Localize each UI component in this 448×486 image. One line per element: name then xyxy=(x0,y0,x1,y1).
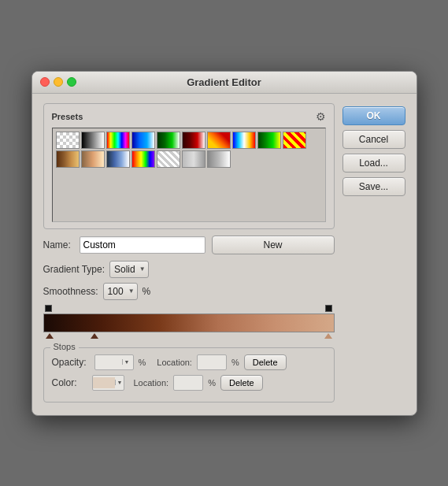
color-stop-3[interactable] xyxy=(324,333,333,344)
preset-item[interactable] xyxy=(106,132,130,149)
color-label: Color: xyxy=(52,377,90,388)
load-button[interactable]: Load... xyxy=(342,154,405,173)
gradient-editor-window: Gradient Editor Presets ⚙ xyxy=(31,71,417,416)
name-input[interactable] xyxy=(80,236,205,254)
preset-item[interactable] xyxy=(157,132,180,149)
preset-item[interactable] xyxy=(283,132,306,149)
chevron-down-icon: ▼ xyxy=(128,288,135,295)
smoothness-row: Smoothness: 100 ▼ % xyxy=(43,283,335,300)
right-panel: OK Cancel Load... Save... xyxy=(342,103,405,403)
color-location-label: Location: xyxy=(134,378,169,388)
color-location-percent: % xyxy=(208,378,216,388)
chevron-down-icon[interactable]: ▼ xyxy=(122,359,131,365)
stops-label: Stops xyxy=(50,342,79,351)
stops-section: Stops Opacity: ▼ % Location: % Delete xyxy=(43,347,335,403)
color-stops-row xyxy=(43,333,335,344)
opacity-stops-row xyxy=(43,305,335,313)
color-stop-triangle xyxy=(324,333,332,339)
opacity-location-label: Location: xyxy=(157,358,192,367)
name-label: Name: xyxy=(43,239,73,250)
opacity-stop-square xyxy=(45,305,52,312)
minimize-button[interactable] xyxy=(54,77,63,87)
preset-item[interactable] xyxy=(81,150,105,168)
chevron-down-icon[interactable]: ▼ xyxy=(115,380,124,385)
gradient-type-row: Gradient Type: Solid ▼ xyxy=(43,261,335,278)
opacity-location-input[interactable] xyxy=(197,354,227,370)
preset-item[interactable] xyxy=(232,132,256,149)
preset-item[interactable] xyxy=(56,132,80,149)
left-panel: Presets ⚙ xyxy=(43,103,335,403)
main-content: Presets ⚙ xyxy=(32,94,417,403)
spacer xyxy=(194,333,324,344)
presets-header: Presets ⚙ xyxy=(52,110,326,123)
preset-item[interactable] xyxy=(56,150,80,168)
traffic-lights xyxy=(40,77,76,87)
preset-item[interactable] xyxy=(106,150,130,168)
new-button[interactable]: New xyxy=(212,236,335,254)
maximize-button[interactable] xyxy=(67,77,76,87)
presets-grid xyxy=(56,132,322,218)
color-stop-triangle xyxy=(46,333,54,339)
color-stop-triangle xyxy=(91,333,98,339)
opacity-input-container: ▼ xyxy=(94,354,134,370)
title-bar: Gradient Editor xyxy=(32,72,417,94)
ok-button[interactable]: OK xyxy=(342,106,405,125)
opacity-row: Opacity: ▼ % Location: % Delete xyxy=(52,354,326,370)
opacity-input[interactable] xyxy=(95,357,122,368)
cancel-button[interactable]: Cancel xyxy=(342,130,405,149)
preset-item[interactable] xyxy=(131,150,155,168)
color-row: Color: ▼ Location: % Delete xyxy=(52,375,326,391)
save-button[interactable]: Save... xyxy=(342,177,405,196)
preset-item[interactable] xyxy=(157,150,180,168)
preset-item[interactable] xyxy=(182,150,205,168)
smoothness-unit: % xyxy=(143,286,151,297)
gradient-bar-container xyxy=(43,305,335,344)
smoothness-select[interactable]: 100 ▼ xyxy=(103,283,138,300)
color-swatch[interactable]: ▼ xyxy=(94,376,123,390)
delete-opacity-button[interactable]: Delete xyxy=(244,354,287,370)
gradient-type-label: Gradient Type: xyxy=(43,264,106,275)
opacity-percent: % xyxy=(139,358,146,367)
gradient-bar[interactable] xyxy=(43,313,335,332)
gradient-type-select[interactable]: Solid ▼ xyxy=(109,261,149,278)
presets-area xyxy=(52,128,326,222)
color-location-input[interactable] xyxy=(173,375,203,391)
color-preview xyxy=(93,377,115,388)
smoothness-label: Smoothness: xyxy=(43,286,98,297)
color-swatch-input: ▼ xyxy=(92,375,125,391)
window-title: Gradient Editor xyxy=(187,76,261,88)
close-button[interactable] xyxy=(40,77,50,87)
chevron-down-icon: ▼ xyxy=(139,265,146,273)
name-row: Name: New xyxy=(43,236,335,254)
gear-icon[interactable]: ⚙ xyxy=(316,110,326,123)
preset-item[interactable] xyxy=(257,132,281,149)
preset-item[interactable] xyxy=(207,132,231,149)
color-stop-2[interactable] xyxy=(90,333,99,344)
opacity-stop-right[interactable] xyxy=(325,305,333,313)
preset-item[interactable] xyxy=(131,132,155,149)
opacity-stop-left[interactable] xyxy=(45,305,53,313)
opacity-label: Opacity: xyxy=(52,357,90,368)
presets-section: Presets ⚙ xyxy=(43,103,335,229)
preset-item[interactable] xyxy=(81,132,105,149)
opacity-location-percent: % xyxy=(231,358,239,367)
preset-item[interactable] xyxy=(182,132,205,149)
presets-label: Presets xyxy=(52,112,83,121)
opacity-stop-square xyxy=(325,305,332,312)
delete-color-button[interactable]: Delete xyxy=(220,375,263,391)
preset-item[interactable] xyxy=(207,150,231,168)
